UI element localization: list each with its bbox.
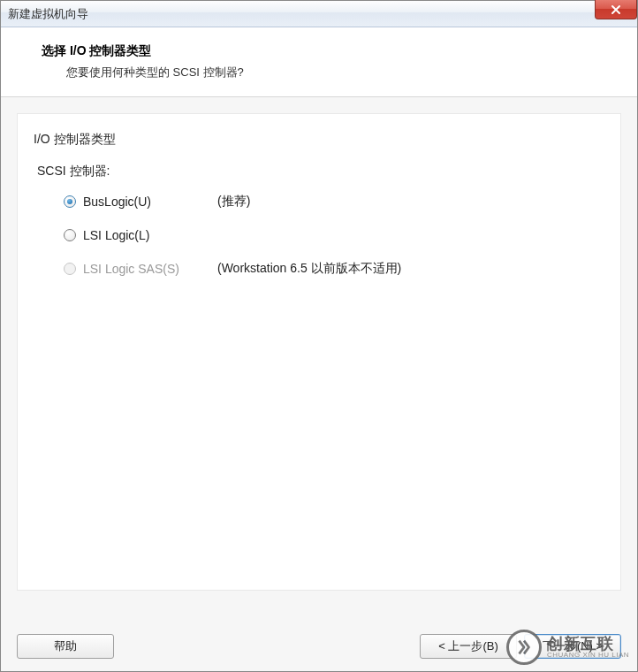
close-button[interactable] bbox=[595, 0, 637, 19]
radio-label: LSI Logic SAS(S) bbox=[83, 262, 198, 276]
back-button[interactable]: < 上一步(B) bbox=[420, 634, 517, 659]
radio-note: (Workstation 6.5 以前版本不适用) bbox=[217, 261, 401, 277]
radio-icon bbox=[64, 195, 76, 208]
wizard-header: 选择 I/O 控制器类型 您要使用何种类型的 SCSI 控制器? bbox=[1, 27, 637, 97]
radio-option-lsilogicsas: LSI Logic SAS(S) (Workstation 6.5 以前版本不适… bbox=[64, 259, 604, 279]
content-area: I/O 控制器类型 SCSI 控制器: BusLogic(U) (推荐) LSI… bbox=[1, 97, 637, 622]
wizard-footer: 帮助 < 上一步(B) 下一步(N) > bbox=[1, 622, 637, 671]
help-button[interactable]: 帮助 bbox=[17, 634, 114, 659]
options-panel: I/O 控制器类型 SCSI 控制器: BusLogic(U) (推荐) LSI… bbox=[17, 113, 621, 591]
radio-note: (推荐) bbox=[217, 194, 250, 210]
group-label: SCSI 控制器: bbox=[37, 164, 604, 179]
page-subtitle: 您要使用何种类型的 SCSI 控制器? bbox=[42, 65, 619, 80]
close-icon bbox=[611, 4, 621, 15]
page-title: 选择 I/O 控制器类型 bbox=[42, 43, 619, 59]
radio-option-lsilogic[interactable]: LSI Logic(L) bbox=[64, 225, 604, 245]
radio-label: LSI Logic(L) bbox=[83, 228, 198, 242]
titlebar: 新建虚拟机向导 bbox=[1, 1, 637, 27]
section-label: I/O 控制器类型 bbox=[34, 132, 604, 148]
radio-icon bbox=[64, 263, 76, 275]
next-button[interactable]: 下一步(N) > bbox=[524, 634, 621, 659]
window-title: 新建虚拟机向导 bbox=[8, 6, 88, 22]
radio-option-buslogic[interactable]: BusLogic(U) (推荐) bbox=[64, 192, 604, 211]
wizard-window: 新建虚拟机向导 选择 I/O 控制器类型 您要使用何种类型的 SCSI 控制器?… bbox=[0, 0, 638, 672]
radio-icon bbox=[64, 229, 76, 241]
radio-label: BusLogic(U) bbox=[83, 195, 198, 209]
